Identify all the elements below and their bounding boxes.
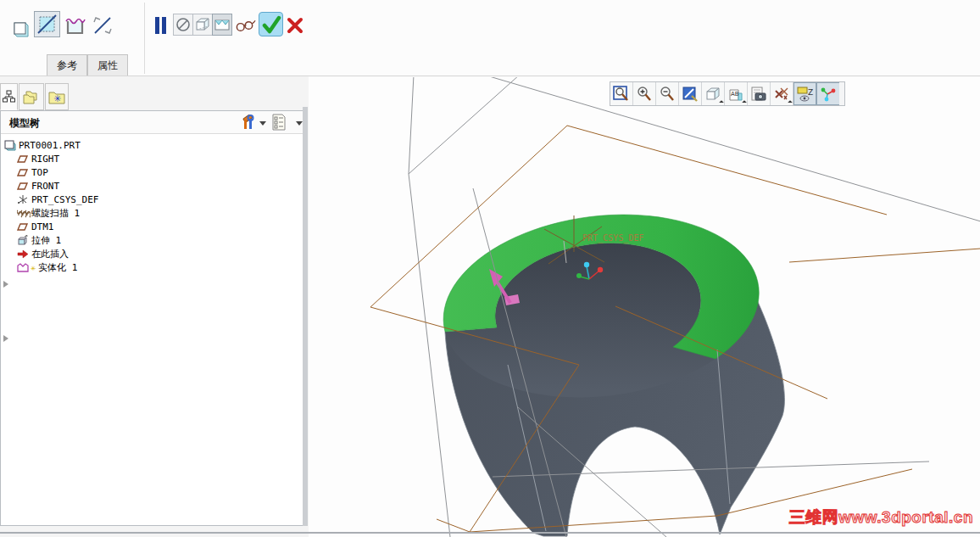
csys-label: PRT_CSYS_DEF <box>582 233 643 243</box>
dashboard-toolbar: 参考 属性 <box>0 0 980 76</box>
tree-columns-caret-icon[interactable] <box>296 121 303 126</box>
helical-sweep-icon <box>17 208 29 219</box>
3d-scene[interactable]: PRT_CSYS_DEF <box>309 77 980 537</box>
svg-text:Z: Z <box>808 88 813 97</box>
datum-plane-icon <box>17 221 29 232</box>
annotation-display-button[interactable]: Z <box>793 82 816 105</box>
solid-cube-button[interactable] <box>9 18 31 40</box>
folders-icon <box>23 89 40 105</box>
model-tree-tab[interactable] <box>0 83 18 110</box>
tree-item-label: 螺旋扫描 1 <box>31 207 80 220</box>
datum-plane-icon <box>17 154 29 165</box>
spin-center-button[interactable] <box>816 82 839 105</box>
quilt-trim-button[interactable] <box>64 14 87 37</box>
solidify-icon <box>17 262 29 273</box>
refit-icon <box>613 86 630 103</box>
expand-arrow-icon[interactable] <box>3 335 8 342</box>
triad-z-dot <box>584 262 589 267</box>
refit-button[interactable] <box>610 82 633 105</box>
3d-viewport[interactable]: PRT_CSYS_DEF <box>309 77 980 537</box>
svg-text:AB: AB <box>731 91 739 98</box>
tree-item-label: 在此插入 <box>31 248 69 260</box>
saved-views-button[interactable]: AB <box>725 82 748 105</box>
verify-glasses-button[interactable] <box>234 16 257 35</box>
tab-references-label: 参考 <box>57 59 77 73</box>
tree-item-label: PRT0001.PRT <box>19 140 81 151</box>
tree-item-label: RIGHT <box>31 154 59 165</box>
flip-direction-button[interactable] <box>91 14 114 36</box>
tree-item-dtm1[interactable]: DTM1 <box>1 220 303 233</box>
surface-hatch-icon <box>36 14 58 35</box>
tree-item-csys[interactable]: PRT_CSYS_DEF <box>1 193 303 206</box>
accept-button[interactable] <box>259 12 283 36</box>
tree-item-part[interactable]: PRT0001.PRT <box>1 138 303 152</box>
tree-item-right-plane[interactable]: RIGHT <box>1 152 303 165</box>
tree-settings-tools-button[interactable] <box>241 115 255 134</box>
cancel-button[interactable] <box>285 14 305 36</box>
csys-icon <box>17 194 29 205</box>
tools-icon <box>241 115 255 131</box>
datum-plane-icon <box>17 181 29 192</box>
surface-hatch-button[interactable] <box>34 11 60 37</box>
display-style-cube-icon <box>704 86 721 103</box>
flip-direction-icon <box>92 15 114 36</box>
spin-center-icon <box>820 86 837 103</box>
toolbar-divider <box>144 3 145 74</box>
svg-text:✳: ✳ <box>53 93 61 104</box>
shaded-preview-icon <box>214 16 231 33</box>
dropdown-mark-icon <box>719 100 724 105</box>
datum-display-icon <box>773 86 790 103</box>
snapshot-button[interactable] <box>748 82 771 105</box>
tree-item-helical-sweep[interactable]: 螺旋扫描 1 <box>1 206 303 220</box>
new-feature-asterisk-icon: ✳ <box>31 263 36 272</box>
display-style-button[interactable] <box>702 82 725 105</box>
no-preview-button[interactable] <box>173 14 193 36</box>
tree-item-top-plane[interactable]: TOP <box>1 165 303 179</box>
repaint-button[interactable] <box>679 82 702 105</box>
wireframe-preview-button[interactable] <box>192 14 213 36</box>
zoom-out-icon <box>659 86 676 103</box>
zoom-in-icon <box>636 86 653 103</box>
snapshot-camera-icon <box>750 86 767 103</box>
tree-item-label: DTM1 <box>31 221 54 232</box>
panel-splitter[interactable] <box>303 107 308 526</box>
tree-item-extrude[interactable]: 拉伸 1 <box>1 233 303 247</box>
list-icon <box>272 114 286 131</box>
tree-settings-caret-icon[interactable] <box>259 121 266 126</box>
tab-references[interactable]: 参考 <box>47 54 87 76</box>
tree-item-front-plane[interactable]: FRONT <box>1 179 303 193</box>
tree-item-solidify[interactable]: ✳ 实体化 1 <box>1 260 303 274</box>
folder-browser-tab[interactable] <box>19 83 44 110</box>
tree-item-label: TOP <box>31 167 48 178</box>
watermark: 三维网www.3dportal.cn <box>789 506 973 529</box>
triad-y-dot <box>576 273 582 278</box>
saved-views-icon: AB <box>727 86 744 103</box>
pause-button[interactable] <box>153 14 170 36</box>
tree-item-insert-here[interactable]: 在此插入 <box>1 247 303 260</box>
wireframe-preview-icon <box>194 16 211 33</box>
zoom-in-button[interactable] <box>633 82 656 105</box>
dropdown-mark-icon <box>788 100 793 105</box>
tree-item-label: PRT_CSYS_DEF <box>31 194 98 205</box>
view-toolbar: AB Z <box>610 81 845 106</box>
insert-here-arrow-icon <box>17 249 29 260</box>
triad-x-dot <box>598 267 603 272</box>
expand-arrow-icon[interactable] <box>3 281 8 288</box>
shaded-preview-button[interactable] <box>212 14 232 36</box>
tab-properties[interactable]: 属性 <box>87 54 128 76</box>
dropdown-mark-icon <box>742 100 747 105</box>
datum-display-button[interactable] <box>771 82 793 105</box>
tab-properties-label: 属性 <box>97 59 118 73</box>
quilt-trim-icon <box>64 14 86 36</box>
no-preview-icon <box>175 17 191 32</box>
verify-glasses-icon <box>235 18 256 33</box>
solid-cube-icon <box>11 20 30 38</box>
extrude-icon <box>17 235 29 246</box>
cancel-x-icon <box>287 17 303 34</box>
window-bottom-divider <box>0 532 980 534</box>
tree-item-label: FRONT <box>31 181 59 192</box>
zoom-out-button[interactable] <box>656 82 679 105</box>
tree-columns-list-button[interactable] <box>272 114 286 134</box>
favorites-tab[interactable]: ✳ <box>45 83 69 110</box>
annotation-display-icon: Z <box>797 86 814 103</box>
